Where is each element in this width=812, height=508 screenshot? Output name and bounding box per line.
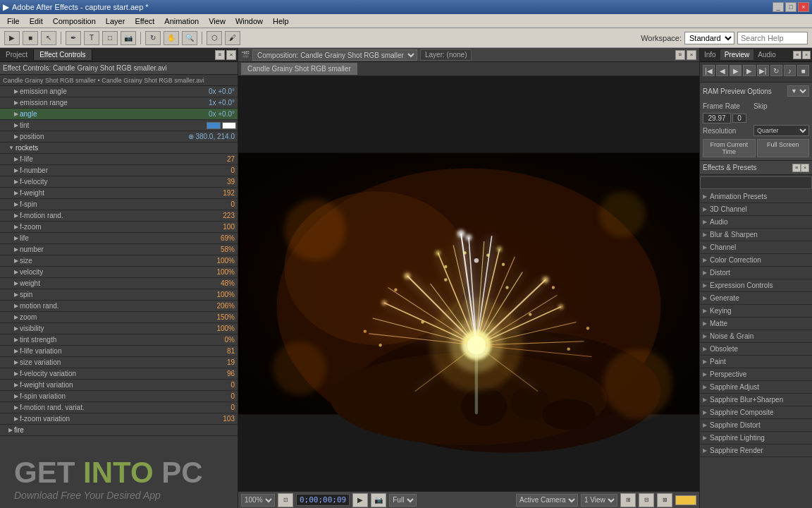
prop-tint[interactable]: ▶ tint: [0, 120, 238, 131]
menu-composition[interactable]: Composition: [49, 16, 100, 27]
prop-number[interactable]: ▶ number 58%: [0, 244, 238, 255]
preview-prev-btn[interactable]: ◀: [716, 65, 728, 76]
toolbar-brush-btn[interactable]: 🖌: [225, 31, 240, 45]
prop-weight[interactable]: ▶ weight 48%: [0, 278, 238, 289]
comp-panel-close[interactable]: ×: [687, 50, 696, 60]
ep-cat-expression-controls[interactable]: ▶Expression Controls: [700, 279, 812, 292]
from-current-time-btn[interactable]: From Current Time: [703, 139, 756, 157]
comp-select[interactable]: Composition: Candle Grainy Shot RGB smal…: [252, 49, 417, 61]
ep-cat-perspective[interactable]: ▶Perspective: [700, 368, 812, 381]
effect-list[interactable]: ▶ emission angle 0x +0.0° ▶ emission ran…: [0, 86, 238, 508]
ep-cat-3d-channel[interactable]: ▶3D Channel: [700, 203, 812, 216]
preview-stop-btn[interactable]: ■: [797, 65, 809, 76]
prop-fmotion-rand-variat[interactable]: ▶ f-motion rand. variat. 0: [0, 402, 238, 413]
toolbar-stop-btn[interactable]: ■: [23, 31, 38, 45]
ep-cat-paint[interactable]: ▶Paint: [700, 356, 812, 368]
ep-close-btn[interactable]: ×: [801, 164, 809, 172]
tab-audio[interactable]: Audio: [753, 49, 780, 60]
prop-position[interactable]: ▶ position ⊕ 380.0, 214.0: [0, 131, 238, 143]
ep-cat-matte[interactable]: ▶Matte: [700, 318, 812, 330]
tab-effect-controls[interactable]: Effect Controls: [34, 49, 92, 60]
prop-fspin-variation[interactable]: ▶ f-spin variation 0: [0, 391, 238, 402]
ep-cat-noise-grain[interactable]: ▶Noise & Grain: [700, 330, 812, 343]
ep-search-input[interactable]: [700, 176, 812, 189]
ep-cat-animation-presets[interactable]: ▶Animation Presets: [700, 190, 812, 203]
prop-angle[interactable]: ▶ angle 0x +0.0°: [0, 109, 238, 120]
ep-cat-distort[interactable]: ▶Distort: [700, 267, 812, 279]
toolbar-mask-btn[interactable]: ⬡: [207, 31, 222, 45]
tab-preview[interactable]: Preview: [720, 49, 754, 60]
maximize-button[interactable]: □: [785, 2, 796, 12]
workspace-select[interactable]: Standard: [684, 32, 734, 44]
full-screen-btn[interactable]: Full Screen: [757, 139, 810, 157]
menu-effect[interactable]: Effect: [130, 16, 159, 27]
menu-layer[interactable]: Layer: [102, 16, 130, 27]
left-panel-menu-btn[interactable]: ≡: [215, 50, 225, 60]
right-panel-menu[interactable]: ≡: [793, 51, 801, 59]
ep-cat-sapphire-composite[interactable]: ▶Sapphire Composite: [700, 406, 812, 419]
prop-fmotion-rand[interactable]: ▶ f-motion rand. 223: [0, 210, 238, 222]
prop-life[interactable]: ▶ life 69%: [0, 233, 238, 244]
comp-tab-candle[interactable]: Candle Grainy Shot RGB smaller: [241, 63, 357, 75]
prop-velocity[interactable]: ▶ velocity 100%: [0, 267, 238, 278]
toolbar-text-btn[interactable]: T: [84, 31, 99, 45]
preview-loop-btn[interactable]: ↻: [770, 65, 782, 76]
close-button[interactable]: ×: [798, 2, 809, 12]
prop-fweight-variation[interactable]: ▶ f-weight variation 0: [0, 380, 238, 391]
prop-fvelocity[interactable]: ▶ f-velocity 39: [0, 176, 238, 188]
toolbar-play-btn[interactable]: ▶: [4, 31, 20, 45]
preview-first-btn[interactable]: |◀: [703, 65, 715, 76]
toolbar-rot-btn[interactable]: ↻: [145, 31, 161, 45]
prop-flife-variation[interactable]: ▶ f-life variation 81: [0, 346, 238, 357]
preview-audio-btn[interactable]: ♪: [784, 65, 796, 76]
prop-fzoom-variation[interactable]: ▶ f-zoom variation 103: [0, 413, 238, 425]
ep-cat-sapphire-blur[interactable]: ▶Sapphire Blur+Sharpen: [700, 394, 812, 406]
prop-fspin[interactable]: ▶ f-spin 0: [0, 199, 238, 210]
toolbar-tool1[interactable]: ↖: [41, 31, 56, 45]
prop-size-variation[interactable]: ▶ size variation 19: [0, 357, 238, 368]
ep-cat-sapphire-distort[interactable]: ▶Sapphire Distort: [700, 419, 812, 432]
ep-cat-channel[interactable]: ▶Channel: [700, 241, 812, 254]
menu-edit[interactable]: Edit: [25, 16, 47, 27]
view-mode-select[interactable]: 1 View: [581, 494, 617, 507]
prop-emission-angle[interactable]: ▶ emission angle 0x +0.0°: [0, 86, 238, 97]
toolbar-zoom-btn[interactable]: 🔍: [182, 31, 197, 45]
group-fire[interactable]: ▶ fire: [0, 425, 238, 436]
toolbar-pan-btn[interactable]: ✋: [164, 31, 179, 45]
prop-tint-strength[interactable]: ▶ tint strength 0%: [0, 334, 238, 346]
snapshot-btn[interactable]: 📷: [371, 493, 386, 507]
ep-cat-audio[interactable]: ▶Audio: [700, 216, 812, 229]
ep-cat-sapphire-adjust[interactable]: ▶Sapphire Adjust: [700, 381, 812, 394]
fit-btn[interactable]: ⊡: [278, 493, 293, 507]
ep-cat-generate[interactable]: ▶Generate: [700, 292, 812, 305]
preview-last-btn[interactable]: ▶|: [757, 65, 769, 76]
resolution-select[interactable]: Quarter: [753, 125, 809, 136]
ep-cat-keying[interactable]: ▶Keying: [700, 305, 812, 318]
prop-size[interactable]: ▶ size 100%: [0, 255, 238, 267]
view-select[interactable]: Active Camera: [516, 494, 578, 507]
group-rockets[interactable]: ▼ rockets: [0, 143, 238, 154]
resolution-select[interactable]: Full: [389, 494, 417, 507]
prop-emission-range[interactable]: ▶ emission range 1x +0.0°: [0, 97, 238, 109]
toolbar-cam-btn[interactable]: 📷: [121, 31, 136, 45]
tint-color-swatch[interactable]: [207, 122, 221, 129]
prop-fweight[interactable]: ▶ f-weight 192: [0, 188, 238, 199]
tint-color-swatch2[interactable]: [222, 122, 236, 129]
ep-cat-obsolete[interactable]: ▶Obsolete: [700, 343, 812, 356]
comp-panel-menu[interactable]: ≡: [675, 50, 685, 60]
prop-fzoom[interactable]: ▶ f-zoom 100: [0, 222, 238, 233]
preview-next-btn[interactable]: ▶: [743, 65, 755, 76]
ep-cat-color-correction[interactable]: ▶Color Correction: [700, 254, 812, 267]
time-code-display[interactable]: 0;00;00;09: [296, 494, 350, 506]
menu-animation[interactable]: Animation: [160, 16, 203, 27]
toolbar-shape-btn[interactable]: □: [102, 31, 118, 45]
play-btn[interactable]: ▶: [352, 493, 368, 507]
menu-view[interactable]: View: [204, 16, 230, 27]
transparency-btn[interactable]: ⊠: [657, 493, 672, 507]
ep-cat-sapphire-lighting[interactable]: ▶Sapphire Lighting: [700, 432, 812, 445]
toolbar-pen-btn[interactable]: ✒: [66, 31, 81, 45]
tab-info[interactable]: Info: [700, 49, 720, 60]
prop-spin[interactable]: ▶ spin 100%: [0, 289, 238, 301]
right-panel-close[interactable]: ×: [802, 51, 811, 59]
tab-project[interactable]: Project: [0, 49, 34, 60]
